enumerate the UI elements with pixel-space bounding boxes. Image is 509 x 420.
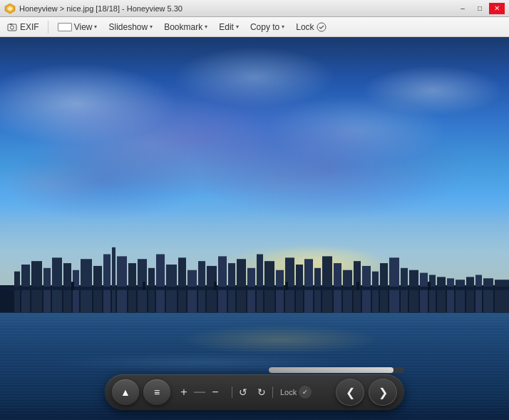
exif-button[interactable]: EXIF [3,21,43,34]
svg-rect-51 [429,275,436,312]
rotate-cw-button[interactable]: ↻ [254,386,269,398]
svg-rect-29 [218,256,227,312]
bookmark-arrow: ▾ [205,24,207,30]
svg-rect-62 [214,282,217,290]
svg-rect-40 [322,256,332,312]
bookmark-menu[interactable]: Bookmark ▾ [159,20,212,34]
copy-menu[interactable]: Copy to ▾ [245,20,289,34]
minimize-button[interactable]: – [455,3,471,14]
svg-rect-59 [0,287,509,290]
camera-icon [7,22,17,32]
zoom-divider: — [194,386,205,399]
slideshow-arrow: ▾ [150,24,153,30]
svg-rect-42 [343,270,352,313]
exif-label: EXIF [20,22,39,32]
edit-menu[interactable]: Edit ▾ [214,20,244,34]
svg-rect-47 [389,257,399,312]
svg-rect-58 [495,280,509,312]
svg-rect-45 [372,272,379,313]
svg-rect-63 [285,282,288,290]
copy-arrow: ▾ [282,24,284,30]
seek-bar-fill [269,367,394,373]
lock-control[interactable]: Lock ✔ [276,386,316,399]
prev-button[interactable]: ❮ [336,379,364,406]
lock-text: Lock [280,388,297,396]
rotate-controls: ↺ ↻ [235,386,269,398]
svg-rect-18 [112,247,115,313]
svg-rect-39 [314,268,321,313]
svg-rect-23 [156,254,165,312]
edit-arrow: ▾ [236,24,239,30]
menu-icon: ≡ [154,386,160,398]
controls-divider [232,386,232,398]
title-text: Honeyview > nice.jpg [18/18] - Honeyview… [19,4,182,13]
svg-rect-50 [420,273,428,313]
svg-rect-5 [10,24,12,25]
svg-rect-60 [71,282,74,290]
view-menu[interactable]: View ▾ [53,20,103,34]
lock-check-button[interactable]: ✔ [299,386,312,399]
svg-rect-53 [447,278,454,312]
svg-rect-49 [409,270,418,313]
svg-rect-17 [103,254,110,312]
view-icon [58,23,72,31]
svg-rect-11 [43,268,51,313]
svg-rect-57 [483,278,493,312]
svg-rect-8 [14,272,20,313]
lock-menu[interactable]: Lock [291,20,331,34]
controls-row: ▲ ≡ + — − ↺ ↻ Lock ✔ [105,374,404,410]
svg-rect-55 [466,277,474,312]
title-bar: Honeyview > nice.jpg [18/18] - Honeyview… [0,0,509,17]
svg-rect-21 [138,259,147,312]
menu-bar: EXIF View ▾ Slideshow ▾ Bookmark ▾ Edit … [0,17,509,37]
zoom-out-button[interactable]: − [207,386,223,399]
svg-rect-14 [73,270,79,313]
lock-label: Lock [296,22,314,32]
svg-rect-61 [143,282,145,290]
svg-rect-32 [247,268,255,313]
eject-button[interactable]: ▲ [112,379,139,405]
svg-rect-12 [52,257,62,312]
slideshow-menu[interactable]: Slideshow ▾ [103,20,158,34]
view-arrow: ▾ [94,24,97,30]
bookmark-label: Bookmark [164,22,202,32]
rotate-ccw-button[interactable]: ↺ [235,386,251,398]
svg-rect-22 [148,268,155,313]
svg-rect-65 [428,282,431,290]
next-icon: ❯ [379,386,388,399]
controls-divider-2 [272,386,273,398]
svg-rect-38 [304,259,313,312]
zoom-controls: + — − [176,386,223,399]
svg-rect-54 [456,280,465,312]
svg-rect-48 [401,268,408,313]
svg-rect-52 [437,277,446,312]
lock-check-symbol: ✔ [302,389,308,396]
lock-check-icon [317,22,327,32]
title-bar-left: Honeyview > nice.jpg [18/18] - Honeyview… [4,3,182,14]
edit-label: Edit [219,22,234,32]
view-label: View [74,22,93,32]
svg-rect-26 [187,270,197,313]
title-controls: – □ ✕ [455,3,505,14]
svg-rect-25 [178,257,186,312]
maximize-button[interactable]: □ [472,3,488,14]
zoom-in-button[interactable]: + [176,386,192,399]
app-icon [4,3,16,14]
svg-rect-33 [257,254,263,312]
svg-rect-56 [475,275,482,312]
menu-button[interactable]: ≡ [143,379,170,405]
svg-rect-31 [237,259,246,312]
svg-rect-15 [81,259,92,312]
copy-label: Copy to [250,22,279,32]
svg-rect-3 [8,24,16,31]
close-button[interactable]: ✕ [489,3,505,14]
image-viewer: ▲ ≡ + — − ↺ ↻ Lock ✔ [0,37,509,420]
svg-rect-19 [117,256,127,312]
seek-bar[interactable] [269,367,404,373]
svg-rect-35 [276,270,284,313]
prev-icon: ❮ [346,386,355,399]
svg-point-4 [11,26,14,29]
menu-divider-1 [48,21,48,34]
next-button[interactable]: ❯ [369,379,397,406]
slideshow-label: Slideshow [108,22,148,32]
